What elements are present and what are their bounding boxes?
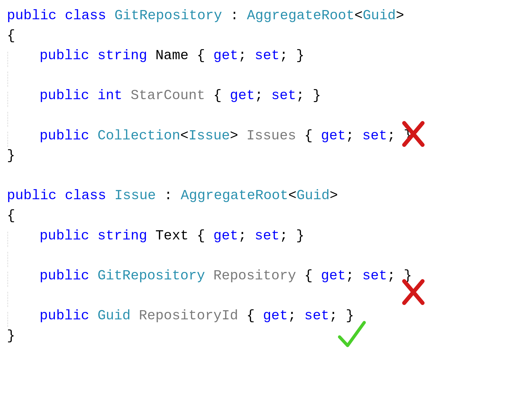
keyword-get: get [213,228,238,243]
keyword-get: get [213,48,238,63]
semicolon: ; [255,88,263,103]
keyword-set: set [304,308,329,323]
member-starcount: StarCount [131,88,205,103]
semicolon: ; [346,268,354,283]
member-repository: Repository [213,268,296,283]
type-aggregateroot: AggregateRoot [247,8,354,23]
colon: : [164,188,172,203]
angle-close: > [230,128,238,143]
member-repositoryid: RepositoryId [139,308,238,323]
semicolon: ; [280,228,288,243]
keyword-string: string [97,228,147,243]
semicolon: ; [280,48,288,63]
keyword-get: get [321,128,346,143]
colon: : [230,8,239,23]
type-collection: Collection [97,128,180,143]
keyword-get: get [321,268,346,283]
brace-open: { [304,268,313,283]
keyword-set: set [255,228,280,243]
type-aggregateroot: AggregateRoot [181,188,288,203]
keyword-public: public [40,228,89,243]
keyword-set: set [362,128,387,143]
semicolon: ; [387,128,396,143]
type-issue: Issue [114,188,156,203]
semicolon: ; [346,128,354,143]
angle-open: < [180,128,188,143]
semicolon: ; [387,268,396,283]
brace-close: } [346,308,354,323]
keyword-public: public [40,88,89,103]
keyword-get: get [230,88,255,103]
semicolon: ; [288,308,296,323]
angle-close: > [396,8,404,23]
keyword-public: public [40,128,89,143]
keyword-set: set [362,268,387,283]
brace-open: { [197,48,205,63]
type-guid: Guid [363,8,396,23]
brace-close: } [404,268,412,283]
semicolon: ; [238,228,246,243]
brace-open: { [246,308,255,323]
type-guid: Guid [296,188,329,203]
member-text: Text [155,228,188,243]
brace-open: { [7,208,15,223]
member-name: Name [155,48,188,63]
brace-close: } [7,148,15,163]
keyword-class: class [65,8,106,23]
type-issue: Issue [188,128,230,143]
keyword-set: set [271,88,296,103]
keyword-public: public [7,188,57,203]
keyword-public: public [7,8,57,23]
brace-close: } [404,128,412,143]
brace-open: { [213,88,222,103]
brace-close: } [7,328,15,344]
brace-close: } [313,88,321,103]
keyword-set: set [255,48,280,63]
member-issues: Issues [246,128,296,143]
keyword-string: string [97,48,147,63]
keyword-int: int [97,88,122,103]
brace-close: } [296,48,304,63]
brace-open: { [197,228,205,243]
keyword-get: get [263,308,288,323]
type-gitrepository: GitRepository [114,8,222,23]
semicolon: ; [238,48,246,63]
brace-close: } [296,228,304,243]
angle-open: < [354,8,363,23]
code-block: public class GitRepository : AggregateRo… [0,0,532,352]
semicolon: ; [296,88,304,103]
angle-close: > [329,188,338,203]
keyword-public: public [40,308,89,323]
brace-open: { [304,128,313,143]
keyword-public: public [40,268,89,283]
type-guid: Guid [97,308,130,323]
semicolon: ; [329,308,338,323]
keyword-public: public [40,48,89,63]
type-gitrepository: GitRepository [97,268,205,283]
angle-open: < [288,188,296,203]
brace-open: { [7,28,15,43]
keyword-class: class [65,188,106,203]
